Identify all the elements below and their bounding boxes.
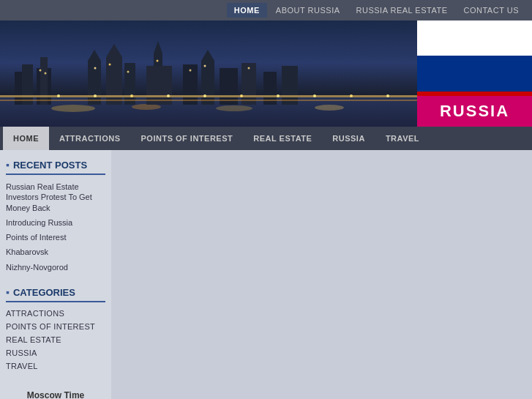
post-item-4[interactable]: Khabarovsk [6, 245, 105, 259]
svg-point-40 [203, 94, 206, 97]
recent-posts-title: RECENT POSTS [6, 159, 105, 175]
svg-point-4 [216, 105, 252, 111]
svg-rect-19 [201, 61, 214, 105]
russia-title-label: RUSSIA [417, 96, 532, 127]
main-nav-home[interactable]: HOME [3, 127, 49, 150]
svg-point-28 [109, 64, 111, 66]
svg-point-38 [130, 94, 133, 97]
svg-rect-14 [124, 63, 135, 105]
main-nav-attractions[interactable]: ATTRACTIONS [49, 127, 131, 150]
top-nav-real-estate[interactable]: RUSSIA REAL ESTATE [349, 3, 455, 18]
svg-point-2 [51, 105, 95, 112]
svg-point-25 [40, 70, 42, 72]
post-item-2[interactable]: Introducing Russia [6, 215, 105, 230]
post-item-1[interactable]: Russian Real Estate Investors Protest To… [6, 179, 105, 215]
cat-item-russia[interactable]: RUSSIA [6, 346, 105, 359]
hero-image [0, 20, 417, 127]
moscow-time-widget: Moscow Time [6, 384, 105, 399]
post-item-5[interactable]: Nizhny-Novgorod [6, 260, 105, 275]
svg-point-36 [57, 94, 60, 97]
svg-rect-12 [106, 57, 122, 105]
svg-point-41 [240, 94, 243, 97]
cat-item-real-estate[interactable]: REAL ESTATE [6, 333, 105, 346]
svg-rect-35 [0, 100, 417, 101]
svg-rect-17 [146, 66, 172, 105]
top-nav-about-russia[interactable]: ABOUT RUSSIA [269, 3, 348, 18]
sidebar: RECENT POSTS Russian Real Estate Investo… [0, 150, 111, 399]
svg-point-39 [167, 94, 170, 97]
svg-point-37 [94, 94, 97, 97]
svg-point-45 [386, 94, 389, 97]
main-content-area [111, 150, 532, 399]
svg-point-31 [190, 70, 192, 72]
main-nav-travel[interactable]: TRAVEL [375, 127, 430, 150]
main-nav-real-estate[interactable]: REAL ESTATE [243, 127, 322, 150]
svg-rect-22 [241, 63, 256, 105]
hero-section: RUSSIA [0, 20, 532, 127]
hero-container: RUSSIA [0, 20, 532, 127]
cat-item-points-of-interest[interactable]: POINTS OF INTEREST [6, 320, 105, 333]
svg-rect-21 [220, 68, 238, 105]
russian-flag: RUSSIA [417, 20, 532, 127]
categories-title: CATEGORIES [6, 286, 105, 302]
main-nav-russia[interactable]: RUSSIA [322, 127, 375, 150]
svg-rect-7 [22, 64, 33, 105]
svg-point-44 [350, 94, 353, 97]
main-nav-points-of-interest[interactable]: POINTS OF INTEREST [131, 127, 244, 150]
cat-item-travel[interactable]: TRAVEL [6, 359, 105, 373]
cat-item-attractions[interactable]: ATTRACTIONS [6, 307, 105, 320]
categories-section: CATEGORIES ATTRACTIONS POINTS OF INTERES… [6, 286, 105, 373]
svg-point-26 [45, 72, 47, 75]
flag-blue-stripe [417, 56, 532, 91]
svg-rect-34 [0, 95, 417, 97]
top-navigation: HOME ABOUT RUSSIA RUSSIA REAL ESTATE CON… [0, 0, 532, 20]
svg-point-27 [94, 67, 97, 70]
top-nav-contact-us[interactable]: CONTACT US [457, 3, 527, 18]
svg-point-32 [204, 65, 206, 67]
svg-point-30 [157, 60, 159, 62]
svg-point-5 [315, 105, 344, 111]
svg-point-43 [313, 94, 316, 97]
svg-point-3 [132, 104, 161, 110]
top-nav-home[interactable]: HOME [227, 3, 267, 18]
flag-white-stripe [417, 20, 532, 56]
svg-point-33 [248, 67, 250, 70]
svg-rect-24 [282, 66, 298, 105]
content-wrapper: RECENT POSTS Russian Real Estate Investo… [0, 150, 532, 399]
main-navigation: HOME ATTRACTIONS POINTS OF INTEREST REAL… [0, 127, 532, 150]
svg-point-42 [277, 94, 280, 97]
svg-rect-9 [40, 57, 48, 105]
post-item-3[interactable]: Points of Interest [6, 230, 105, 245]
svg-point-29 [127, 71, 130, 73]
recent-posts-section: RECENT POSTS Russian Real Estate Investo… [6, 159, 105, 275]
